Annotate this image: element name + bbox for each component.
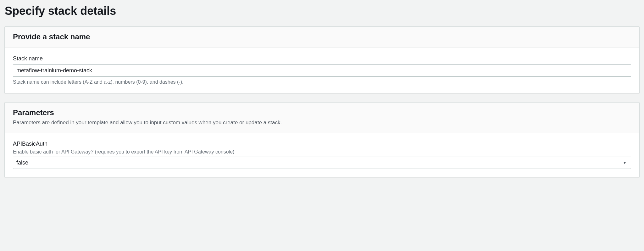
api-basic-auth-select-wrap: false ▼ [13, 157, 631, 169]
api-basic-auth-label: APIBasicAuth [13, 141, 631, 147]
stack-name-hint: Stack name can include letters (A-Z and … [13, 79, 631, 85]
parameters-subtitle: Parameters are defined in your template … [13, 119, 631, 126]
page-title: Specify stack details [4, 4, 640, 18]
stack-name-panel: Provide a stack name Stack name Stack na… [4, 26, 640, 93]
parameters-panel-header: Parameters Parameters are defined in you… [5, 103, 639, 133]
api-basic-auth-description: Enable basic auth for API Gateway? (requ… [13, 149, 631, 155]
parameters-panel-body: APIBasicAuth Enable basic auth for API G… [5, 133, 639, 177]
stack-name-label: Stack name [13, 55, 631, 62]
stack-name-panel-body: Stack name Stack name can include letter… [5, 48, 639, 93]
parameters-panel: Parameters Parameters are defined in you… [4, 102, 640, 177]
parameters-heading: Parameters [13, 108, 631, 117]
stack-name-panel-header: Provide a stack name [5, 27, 639, 48]
stack-name-input[interactable] [13, 64, 631, 77]
api-basic-auth-select[interactable]: false [13, 157, 631, 169]
stack-name-heading: Provide a stack name [13, 32, 631, 41]
